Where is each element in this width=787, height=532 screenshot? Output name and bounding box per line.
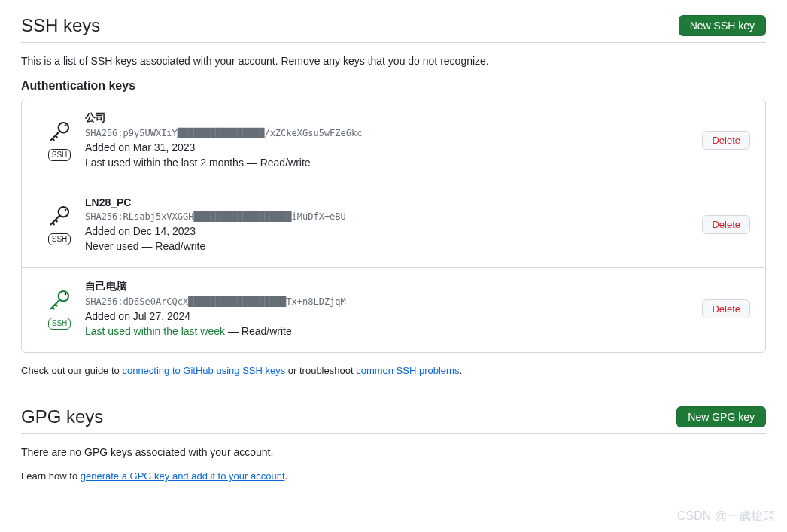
key-icon — [47, 204, 71, 230]
key-icon-wrap: SSH — [46, 120, 73, 161]
gpg-learn-link[interactable]: generate a GPG key and add it to your ac… — [81, 470, 285, 482]
key-fingerprint: SHA256:p9y5UWXIiY████████████████/xZCkeX… — [85, 128, 702, 138]
key-details: LN28_PC SHA256:RLsabj5xVXGGH████████████… — [85, 196, 702, 252]
delete-key-button[interactable]: Delete — [702, 131, 750, 150]
delete-key-button[interactable]: Delete — [702, 299, 750, 318]
ssh-key-item: SSH LN28_PC SHA256:RLsabj5xVXGGH████████… — [22, 184, 765, 268]
gpg-empty-text: There are no GPG keys associated with yo… — [21, 446, 766, 458]
gpg-title: GPG keys — [21, 406, 103, 427]
key-last-used: Last used within the last 2 months — Rea… — [85, 157, 702, 169]
new-gpg-key-button[interactable]: New GPG key — [676, 406, 766, 427]
key-details: 公司 SHA256:p9y5UWXIiY████████████████/xZC… — [85, 111, 702, 169]
key-last-used: Last used within the last week — Read/wr… — [85, 325, 702, 337]
ssh-badge: SSH — [48, 233, 71, 245]
delete-key-button[interactable]: Delete — [702, 215, 750, 234]
key-name: 公司 — [85, 111, 702, 125]
gpg-learn-text: Learn how to generate a GPG key and add … — [21, 470, 766, 482]
key-added-date: Added on Jul 27, 2024 — [85, 310, 702, 322]
key-last-used: Never used — Read/write — [85, 240, 702, 252]
key-added-date: Added on Dec 14, 2023 — [85, 225, 702, 237]
ssh-guide-link[interactable]: connecting to GitHub using SSH keys — [122, 365, 285, 376]
ssh-key-item: SSH 公司 SHA256:p9y5UWXIiY████████████████… — [22, 99, 765, 184]
ssh-title: SSH keys — [21, 15, 100, 36]
auth-keys-heading: Authentication keys — [21, 79, 766, 93]
svg-point-1 — [65, 124, 67, 126]
ssh-badge: SSH — [48, 149, 71, 161]
svg-point-5 — [65, 293, 67, 295]
key-icon-wrap: SSH — [46, 288, 73, 330]
key-added-date: Added on Mar 31, 2023 — [85, 141, 702, 154]
ssh-key-list: SSH 公司 SHA256:p9y5UWXIiY████████████████… — [21, 99, 766, 353]
ssh-guide-text: Check out our guide to connecting to Git… — [21, 365, 766, 376]
ssh-problems-link[interactable]: common SSH problems — [356, 365, 459, 376]
key-icon — [47, 120, 71, 146]
ssh-intro-text: This is a list of SSH keys associated wi… — [21, 55, 766, 67]
new-ssh-key-button[interactable]: New SSH key — [679, 15, 766, 36]
key-icon-wrap: SSH — [46, 204, 73, 245]
key-name: LN28_PC — [85, 196, 702, 208]
svg-point-3 — [65, 208, 67, 211]
key-name: 自己电脑 — [85, 280, 702, 293]
key-fingerprint: SHA256:dD6Se0ArCQcX██████████████████Tx+… — [85, 296, 702, 307]
ssh-badge: SSH — [48, 318, 71, 330]
ssh-key-item: SSH 自己电脑 SHA256:dD6Se0ArCQcX████████████… — [22, 268, 765, 352]
key-details: 自己电脑 SHA256:dD6Se0ArCQcX████████████████… — [85, 280, 702, 337]
key-icon — [47, 288, 71, 315]
svg-point-0 — [59, 123, 68, 132]
ssh-section-header: SSH keys New SSH key — [21, 15, 766, 43]
key-fingerprint: SHA256:RLsabj5xVXGGH██████████████████iM… — [85, 211, 702, 222]
gpg-section-header: GPG keys New GPG key — [21, 406, 766, 434]
